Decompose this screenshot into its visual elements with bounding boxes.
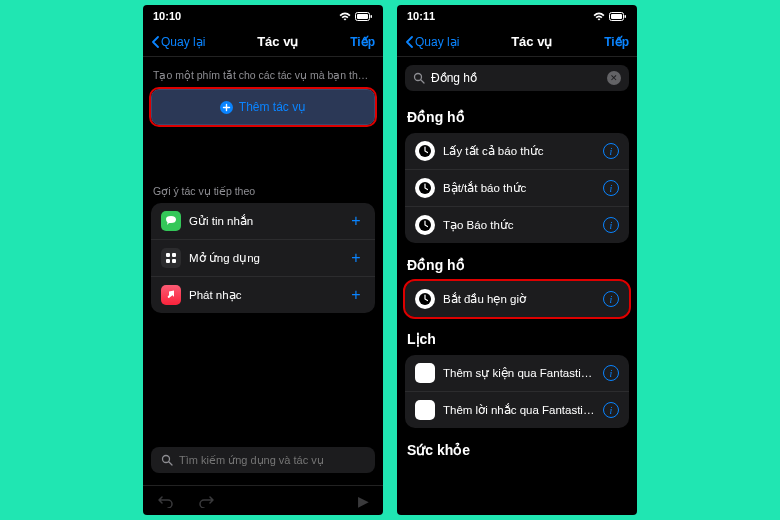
battery-icon	[609, 12, 627, 21]
fantastical-icon	[415, 400, 435, 420]
svg-point-8	[163, 456, 170, 463]
shortcut-hint: Tạo một phím tắt cho các tác vụ mà bạn t…	[153, 69, 373, 81]
svg-rect-4	[166, 253, 170, 257]
clock-icon	[415, 289, 435, 309]
info-icon[interactable]: i	[603, 402, 619, 418]
suggestion-label: Phát nhạc	[189, 288, 339, 302]
battery-icon	[355, 12, 373, 21]
search-bar[interactable]	[151, 447, 375, 473]
clear-search-icon[interactable]: ✕	[607, 71, 621, 85]
nav-title: Tác vụ	[511, 34, 552, 49]
info-icon[interactable]: i	[603, 143, 619, 159]
wifi-icon	[339, 12, 351, 21]
search-value: Đồng hồ	[431, 71, 601, 85]
next-button[interactable]: Tiếp	[350, 35, 375, 49]
status-time: 10:10	[153, 10, 181, 22]
chevron-left-icon	[151, 36, 159, 48]
suggestions-group: Gửi tin nhắn + Mở ứng dụng + Phát nhạc +	[151, 203, 375, 313]
fantastical-icon	[415, 363, 435, 383]
phone-screenshot-left: 10:10 Quay lại Tác vụ Tiếp Tạo một phím …	[143, 5, 383, 515]
back-button[interactable]: Quay lại	[151, 35, 205, 49]
wifi-icon	[593, 12, 605, 21]
back-button[interactable]: Quay lại	[405, 35, 459, 49]
suggestion-play-music[interactable]: Phát nhạc +	[151, 277, 375, 313]
search-input[interactable]	[179, 454, 365, 466]
suggestion-send-message[interactable]: Gửi tin nhắn +	[151, 203, 375, 240]
info-icon[interactable]: i	[603, 291, 619, 307]
section-clock2: Đồng hồ	[407, 257, 627, 273]
next-button[interactable]: Tiếp	[604, 35, 629, 49]
nav-bar: Quay lại Tác vụ Tiếp	[143, 27, 383, 57]
add-icon[interactable]: +	[347, 286, 365, 304]
nav-bar: Quay lại Tác vụ Tiếp	[397, 27, 637, 57]
action-label: Bật/tắt báo thức	[443, 181, 595, 195]
clock-icon	[415, 178, 435, 198]
search-bar[interactable]: Đồng hồ ✕	[405, 65, 629, 91]
search-icon	[161, 454, 173, 466]
suggestion-open-app[interactable]: Mở ứng dụng +	[151, 240, 375, 277]
status-bar: 10:11	[397, 5, 637, 27]
clock-icon	[415, 141, 435, 161]
chevron-left-icon	[405, 36, 413, 48]
music-icon	[161, 285, 181, 305]
undo-icon[interactable]	[157, 494, 175, 508]
add-action-label: Thêm tác vụ	[239, 100, 306, 114]
action-get-all-alarms[interactable]: Lấy tất cả báo thức i	[405, 133, 629, 170]
svg-rect-11	[625, 15, 627, 18]
toolbar: ▶	[143, 485, 383, 515]
action-group-calendar: Thêm sự kiện qua Fantastical i Thêm lời …	[405, 355, 629, 428]
svg-rect-6	[166, 259, 170, 263]
status-indicators	[593, 12, 627, 21]
section-health: Sức khỏe	[407, 442, 627, 458]
nav-title: Tác vụ	[257, 34, 298, 49]
info-icon[interactable]: i	[603, 180, 619, 196]
suggestions-label: Gợi ý tác vụ tiếp theo	[153, 185, 373, 197]
add-action-button[interactable]: Thêm tác vụ	[151, 89, 375, 125]
action-add-reminder-fantastical[interactable]: Thêm lời nhắc qua Fantastical i	[405, 392, 629, 428]
plus-circle-icon	[220, 101, 233, 114]
action-group-clock2: Bắt đầu hẹn giờ i	[405, 281, 629, 317]
back-label: Quay lại	[415, 35, 459, 49]
action-label: Thêm sự kiện qua Fantastical	[443, 366, 595, 380]
add-icon[interactable]: +	[347, 212, 365, 230]
phone-screenshot-right: 10:11 Quay lại Tác vụ Tiếp Đồng hồ ✕ Đồn…	[397, 5, 637, 515]
section-calendar: Lịch	[407, 331, 627, 347]
info-icon[interactable]: i	[603, 365, 619, 381]
action-start-timer[interactable]: Bắt đầu hẹn giờ i	[405, 281, 629, 317]
info-icon[interactable]: i	[603, 217, 619, 233]
suggestion-label: Mở ứng dụng	[189, 251, 339, 265]
section-clock: Đồng hồ	[407, 109, 627, 125]
action-create-alarm[interactable]: Tạo Báo thức i	[405, 207, 629, 243]
svg-rect-10	[611, 14, 622, 19]
add-icon[interactable]: +	[347, 249, 365, 267]
svg-point-12	[415, 74, 422, 81]
content-area: Đồng hồ ✕ Đồng hồ Lấy tất cả báo thức i …	[397, 57, 637, 515]
svg-rect-5	[172, 253, 176, 257]
status-time: 10:11	[407, 10, 435, 22]
suggestion-label: Gửi tin nhắn	[189, 214, 339, 228]
content-area: Tạo một phím tắt cho các tác vụ mà bạn t…	[143, 57, 383, 485]
apps-grid-icon	[161, 248, 181, 268]
status-bar: 10:10	[143, 5, 383, 27]
clock-icon	[415, 215, 435, 235]
svg-rect-2	[371, 15, 373, 18]
svg-rect-1	[357, 14, 368, 19]
svg-rect-7	[172, 259, 176, 263]
action-label: Bắt đầu hẹn giờ	[443, 292, 595, 306]
play-icon[interactable]: ▶	[358, 493, 369, 509]
back-label: Quay lại	[161, 35, 205, 49]
search-icon	[413, 72, 425, 84]
action-toggle-alarm[interactable]: Bật/tắt báo thức i	[405, 170, 629, 207]
action-label: Thêm lời nhắc qua Fantastical	[443, 403, 595, 417]
redo-icon[interactable]	[197, 494, 215, 508]
status-indicators	[339, 12, 373, 21]
action-group-clock1: Lấy tất cả báo thức i Bật/tắt báo thức i…	[405, 133, 629, 243]
action-label: Lấy tất cả báo thức	[443, 144, 595, 158]
action-label: Tạo Báo thức	[443, 218, 595, 232]
messages-icon	[161, 211, 181, 231]
action-add-event-fantastical[interactable]: Thêm sự kiện qua Fantastical i	[405, 355, 629, 392]
